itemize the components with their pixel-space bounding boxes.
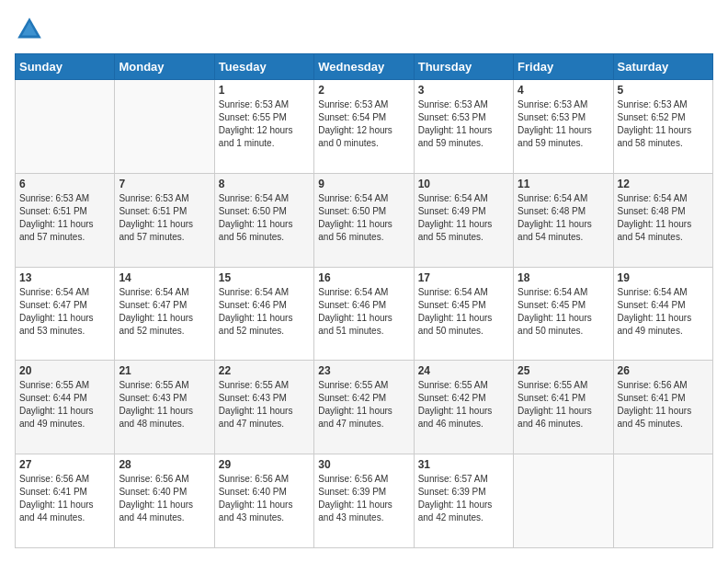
calendar-cell: 7Sunrise: 6:53 AMSunset: 6:51 PMDaylight… [115, 173, 214, 267]
calendar-cell: 8Sunrise: 6:54 AMSunset: 6:50 PMDaylight… [214, 173, 313, 267]
calendar-cell: 13Sunrise: 6:54 AMSunset: 6:47 PMDayligh… [16, 267, 115, 361]
day-number: 24 [418, 364, 509, 377]
day-info: Sunrise: 6:53 AMSunset: 6:52 PMDaylight:… [618, 98, 709, 150]
day-number: 31 [418, 458, 509, 471]
weekday-header-monday: Monday [115, 54, 214, 80]
logo [15, 15, 48, 44]
day-number: 29 [219, 458, 310, 471]
day-number: 23 [318, 364, 409, 377]
calendar-header: SundayMondayTuesdayWednesdayThursdayFrid… [16, 54, 713, 80]
day-info: Sunrise: 6:53 AMSunset: 6:51 PMDaylight:… [119, 192, 210, 244]
week-row-1: 1Sunrise: 6:53 AMSunset: 6:55 PMDaylight… [16, 80, 713, 174]
weekday-header-thursday: Thursday [414, 54, 513, 80]
calendar-cell: 5Sunrise: 6:53 AMSunset: 6:52 PMDaylight… [613, 80, 712, 174]
day-info: Sunrise: 6:54 AMSunset: 6:44 PMDaylight:… [618, 286, 709, 338]
calendar: SundayMondayTuesdayWednesdayThursdayFrid… [15, 53, 713, 548]
calendar-cell: 27Sunrise: 6:56 AMSunset: 6:41 PMDayligh… [16, 454, 115, 548]
weekday-header-wednesday: Wednesday [314, 54, 414, 80]
calendar-body: 1Sunrise: 6:53 AMSunset: 6:55 PMDaylight… [16, 80, 713, 548]
day-number: 4 [518, 84, 609, 97]
day-number: 6 [19, 178, 110, 190]
weekday-header-saturday: Saturday [613, 54, 712, 80]
calendar-cell: 4Sunrise: 6:53 AMSunset: 6:53 PMDaylight… [514, 80, 613, 174]
week-row-3: 13Sunrise: 6:54 AMSunset: 6:47 PMDayligh… [16, 267, 713, 361]
day-info: Sunrise: 6:54 AMSunset: 6:45 PMDaylight:… [518, 286, 609, 338]
calendar-cell: 10Sunrise: 6:54 AMSunset: 6:49 PMDayligh… [414, 173, 513, 267]
day-number: 26 [618, 364, 709, 377]
day-info: Sunrise: 6:56 AMSunset: 6:40 PMDaylight:… [119, 473, 210, 524]
calendar-cell: 2Sunrise: 6:53 AMSunset: 6:54 PMDaylight… [314, 80, 414, 174]
day-info: Sunrise: 6:53 AMSunset: 6:54 PMDaylight:… [318, 98, 409, 150]
day-number: 19 [618, 271, 709, 284]
calendar-cell: 31Sunrise: 6:57 AMSunset: 6:39 PMDayligh… [414, 454, 513, 548]
day-number: 15 [219, 271, 310, 284]
day-number: 1 [219, 84, 310, 97]
day-info: Sunrise: 6:53 AMSunset: 6:53 PMDaylight:… [418, 98, 509, 150]
day-info: Sunrise: 6:55 AMSunset: 6:43 PMDaylight:… [219, 379, 310, 431]
day-info: Sunrise: 6:54 AMSunset: 6:50 PMDaylight:… [219, 192, 310, 244]
calendar-cell [514, 454, 613, 548]
calendar-cell [16, 80, 115, 174]
calendar-cell: 11Sunrise: 6:54 AMSunset: 6:48 PMDayligh… [514, 173, 613, 267]
calendar-cell: 16Sunrise: 6:54 AMSunset: 6:46 PMDayligh… [314, 267, 414, 361]
week-row-4: 20Sunrise: 6:55 AMSunset: 6:44 PMDayligh… [16, 361, 713, 454]
calendar-cell: 6Sunrise: 6:53 AMSunset: 6:51 PMDaylight… [16, 173, 115, 267]
calendar-cell: 19Sunrise: 6:54 AMSunset: 6:44 PMDayligh… [613, 267, 712, 361]
day-number: 5 [618, 84, 709, 97]
calendar-cell: 23Sunrise: 6:55 AMSunset: 6:42 PMDayligh… [314, 361, 414, 454]
day-number: 8 [219, 178, 310, 190]
day-number: 17 [418, 271, 509, 284]
day-number: 14 [119, 271, 210, 284]
day-info: Sunrise: 6:55 AMSunset: 6:41 PMDaylight:… [518, 379, 609, 431]
day-info: Sunrise: 6:53 AMSunset: 6:51 PMDaylight:… [19, 192, 110, 244]
day-number: 16 [318, 271, 409, 284]
calendar-cell: 17Sunrise: 6:54 AMSunset: 6:45 PMDayligh… [414, 267, 513, 361]
day-number: 18 [518, 271, 609, 284]
day-info: Sunrise: 6:56 AMSunset: 6:41 PMDaylight:… [19, 473, 110, 524]
day-info: Sunrise: 6:56 AMSunset: 6:41 PMDaylight:… [618, 379, 709, 431]
day-info: Sunrise: 6:53 AMSunset: 6:55 PMDaylight:… [219, 98, 310, 150]
day-number: 12 [618, 178, 709, 190]
day-info: Sunrise: 6:54 AMSunset: 6:46 PMDaylight:… [219, 286, 310, 338]
day-number: 25 [518, 364, 609, 377]
day-info: Sunrise: 6:54 AMSunset: 6:45 PMDaylight:… [418, 286, 509, 338]
calendar-cell: 25Sunrise: 6:55 AMSunset: 6:41 PMDayligh… [514, 361, 613, 454]
day-info: Sunrise: 6:54 AMSunset: 6:46 PMDaylight:… [318, 286, 409, 338]
day-info: Sunrise: 6:55 AMSunset: 6:42 PMDaylight:… [418, 379, 509, 431]
calendar-cell: 12Sunrise: 6:54 AMSunset: 6:48 PMDayligh… [613, 173, 712, 267]
calendar-cell: 9Sunrise: 6:54 AMSunset: 6:50 PMDaylight… [314, 173, 414, 267]
day-info: Sunrise: 6:54 AMSunset: 6:48 PMDaylight:… [618, 192, 709, 244]
day-info: Sunrise: 6:54 AMSunset: 6:48 PMDaylight:… [518, 192, 609, 244]
calendar-cell: 28Sunrise: 6:56 AMSunset: 6:40 PMDayligh… [115, 454, 214, 548]
day-number: 10 [418, 178, 509, 190]
day-number: 28 [119, 458, 210, 471]
day-info: Sunrise: 6:55 AMSunset: 6:44 PMDaylight:… [19, 379, 110, 431]
calendar-cell: 29Sunrise: 6:56 AMSunset: 6:40 PMDayligh… [214, 454, 313, 548]
calendar-cell [115, 80, 214, 174]
calendar-cell: 20Sunrise: 6:55 AMSunset: 6:44 PMDayligh… [16, 361, 115, 454]
day-info: Sunrise: 6:55 AMSunset: 6:42 PMDaylight:… [318, 379, 409, 431]
weekday-header-friday: Friday [514, 54, 613, 80]
day-info: Sunrise: 6:55 AMSunset: 6:43 PMDaylight:… [119, 379, 210, 431]
day-info: Sunrise: 6:54 AMSunset: 6:50 PMDaylight:… [318, 192, 409, 244]
week-row-5: 27Sunrise: 6:56 AMSunset: 6:41 PMDayligh… [16, 454, 713, 548]
calendar-cell: 21Sunrise: 6:55 AMSunset: 6:43 PMDayligh… [115, 361, 214, 454]
day-info: Sunrise: 6:56 AMSunset: 6:39 PMDaylight:… [318, 473, 409, 524]
calendar-cell: 15Sunrise: 6:54 AMSunset: 6:46 PMDayligh… [214, 267, 313, 361]
weekday-header-tuesday: Tuesday [214, 54, 313, 80]
calendar-cell: 1Sunrise: 6:53 AMSunset: 6:55 PMDaylight… [214, 80, 313, 174]
weekday-row: SundayMondayTuesdayWednesdayThursdayFrid… [16, 54, 713, 80]
day-number: 30 [318, 458, 409, 471]
day-number: 20 [19, 364, 110, 377]
calendar-cell: 30Sunrise: 6:56 AMSunset: 6:39 PMDayligh… [314, 454, 414, 548]
page: SundayMondayTuesdayWednesdayThursdayFrid… [0, 0, 728, 563]
calendar-cell [613, 454, 712, 548]
calendar-cell: 26Sunrise: 6:56 AMSunset: 6:41 PMDayligh… [613, 361, 712, 454]
day-number: 9 [318, 178, 409, 190]
day-number: 7 [119, 178, 210, 190]
day-info: Sunrise: 6:54 AMSunset: 6:49 PMDaylight:… [418, 192, 509, 244]
day-number: 22 [219, 364, 310, 377]
calendar-cell: 24Sunrise: 6:55 AMSunset: 6:42 PMDayligh… [414, 361, 513, 454]
day-number: 13 [19, 271, 110, 284]
day-number: 11 [518, 178, 609, 190]
